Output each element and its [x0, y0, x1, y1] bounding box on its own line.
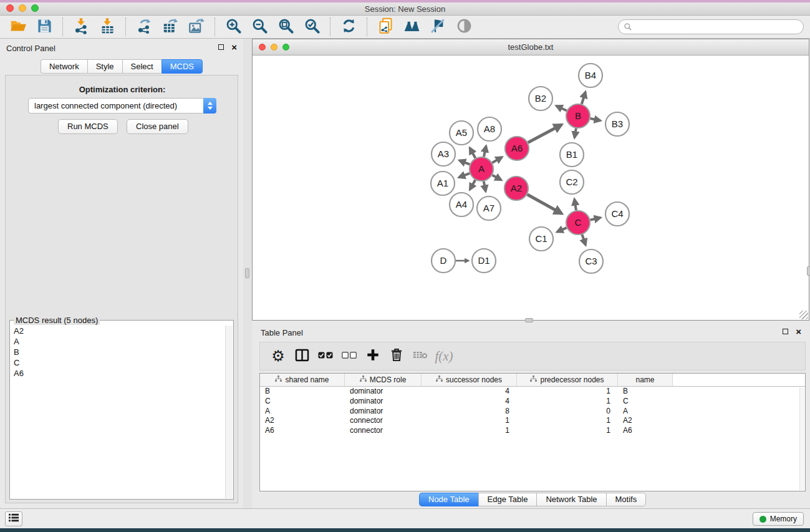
table-row[interactable]: Bdominator41B: [260, 387, 805, 397]
select-all-button[interactable]: [314, 345, 337, 367]
zoom-window-button[interactable]: [31, 4, 39, 12]
network-hscroll-thumb[interactable]: [525, 318, 533, 322]
new-network-from-selection-button[interactable]: [372, 17, 398, 37]
tab-network-table[interactable]: Network Table: [536, 493, 605, 506]
edge-A-A3[interactable]: [460, 160, 470, 164]
float-panel-icon[interactable]: [783, 329, 788, 334]
table-row[interactable]: A6connector11A6: [260, 426, 805, 436]
export-network-icon: [136, 17, 153, 37]
task-history-button[interactable]: [5, 511, 22, 526]
show-columns-button[interactable]: [290, 345, 314, 367]
first-neighbors-button[interactable]: [398, 17, 425, 37]
import-network-button[interactable]: [68, 17, 94, 37]
delete-table-button[interactable]: [408, 345, 432, 367]
network-canvas[interactable]: B4B2BB3A5A8A6A3B1AA1C2A2A4A7C4CC1C3DD1: [253, 56, 809, 320]
zoom-fit-button[interactable]: [272, 17, 299, 37]
result-item[interactable]: A2: [11, 326, 225, 336]
edge-A6-B[interactable]: [528, 125, 562, 143]
result-scrollbar[interactable]: [225, 326, 233, 498]
edge-A-A4[interactable]: [470, 180, 476, 189]
edge-A-A1[interactable]: [459, 173, 470, 177]
criterion-select[interactable]: largest connected component (directed): [28, 98, 216, 114]
delete-column-button[interactable]: [385, 345, 408, 367]
column-header-0[interactable]: shared name: [260, 374, 345, 386]
float-panel-icon[interactable]: [218, 44, 224, 50]
panel-splitter[interactable]: [243, 39, 252, 508]
create-column-button[interactable]: [361, 345, 385, 367]
function-builder-button[interactable]: f(x): [432, 345, 456, 367]
close-window-button[interactable]: [6, 4, 14, 12]
result-item[interactable]: A: [11, 336, 225, 347]
tab-motifs[interactable]: Motifs: [606, 493, 647, 506]
edge-B-B3[interactable]: [591, 118, 600, 120]
edge-A-A8[interactable]: [484, 146, 486, 157]
export-table-button[interactable]: [157, 17, 183, 37]
edge-B-B4[interactable]: [582, 92, 586, 104]
tab-node-table[interactable]: Node Table: [419, 493, 478, 506]
tab-style[interactable]: Style: [87, 59, 122, 74]
node-label-B: B: [575, 110, 581, 121]
table-settings-button[interactable]: ⚙: [266, 345, 290, 367]
tab-select[interactable]: Select: [122, 59, 162, 74]
export-image-button[interactable]: [183, 17, 210, 37]
hide-graphics-details-button[interactable]: [425, 17, 451, 37]
zoom-network-button[interactable]: [282, 44, 289, 51]
edge-C-C1[interactable]: [557, 228, 566, 232]
column-header-4[interactable]: name: [618, 374, 673, 386]
table-scrollbar[interactable]: [799, 387, 804, 490]
node-label-A5: A5: [456, 127, 467, 138]
column-header-3[interactable]: predecessor nodes: [517, 374, 618, 386]
apply-layout-button[interactable]: [335, 17, 362, 37]
edge-C-C3[interactable]: [582, 235, 586, 245]
toolbar-search[interactable]: [618, 19, 804, 34]
table-row[interactable]: Adominator80A: [260, 407, 805, 417]
show-annotations-button[interactable]: [451, 17, 477, 37]
close-panel-icon[interactable]: ×: [796, 329, 801, 334]
zoom-in-button[interactable]: [220, 17, 246, 37]
tab-mcds[interactable]: MCDS: [162, 59, 203, 74]
open-session-button[interactable]: [5, 17, 31, 37]
export-network-button[interactable]: [131, 17, 157, 37]
edge-C-C4[interactable]: [591, 218, 600, 220]
close-panel-button[interactable]: Close panel: [127, 119, 188, 134]
run-mcds-button[interactable]: Run MCDS: [58, 119, 118, 134]
network-window-titlebar: testGlobe.txt: [253, 39, 809, 56]
edge-A-A6[interactable]: [492, 157, 502, 163]
cell: A: [260, 407, 345, 417]
result-item[interactable]: B: [11, 347, 225, 357]
tab-edge-table[interactable]: Edge Table: [478, 493, 537, 506]
minimize-network-button[interactable]: [271, 44, 277, 51]
search-input[interactable]: [636, 22, 798, 31]
close-panel-icon[interactable]: ×: [231, 44, 237, 50]
splitter-handle[interactable]: [245, 268, 249, 278]
result-item[interactable]: A6: [11, 368, 225, 379]
mcds-result-title: MCDS result (5 nodes): [14, 316, 100, 325]
resize-grip[interactable]: [799, 311, 808, 319]
deselect-all-button[interactable]: [337, 345, 361, 367]
edge-A-A2[interactable]: [492, 175, 501, 180]
network-vscroll-thumb[interactable]: [807, 266, 810, 276]
zoom-out-button[interactable]: [246, 17, 272, 37]
edge-C-C2[interactable]: [574, 199, 576, 210]
node-label-D: D: [440, 255, 447, 266]
zoom-selected-button[interactable]: [299, 17, 325, 37]
edge-B-B2[interactable]: [556, 106, 567, 111]
edge-A2-C[interactable]: [527, 195, 561, 214]
node-label-A: A: [478, 163, 485, 174]
column-header-1[interactable]: MCDS role: [345, 374, 422, 386]
tab-network[interactable]: Network: [41, 59, 87, 74]
node-table[interactable]: shared nameMCDS rolesuccessor nodesprede…: [259, 373, 806, 491]
table-row[interactable]: A2connector11A2: [260, 416, 805, 426]
table-row[interactable]: Cdominator41C: [260, 397, 805, 407]
memory-button[interactable]: Memory: [753, 512, 804, 526]
import-table-button[interactable]: [94, 17, 120, 37]
edge-A-A5[interactable]: [470, 148, 475, 158]
column-header-2[interactable]: successor nodes: [422, 374, 517, 386]
edge-B-B1[interactable]: [574, 128, 576, 138]
delete-table-icon: [413, 351, 428, 362]
save-session-button[interactable]: [31, 17, 57, 37]
result-item[interactable]: C: [11, 357, 225, 368]
close-network-button[interactable]: [259, 44, 266, 51]
edge-A-A7[interactable]: [484, 181, 486, 191]
minimize-window-button[interactable]: [19, 4, 26, 12]
